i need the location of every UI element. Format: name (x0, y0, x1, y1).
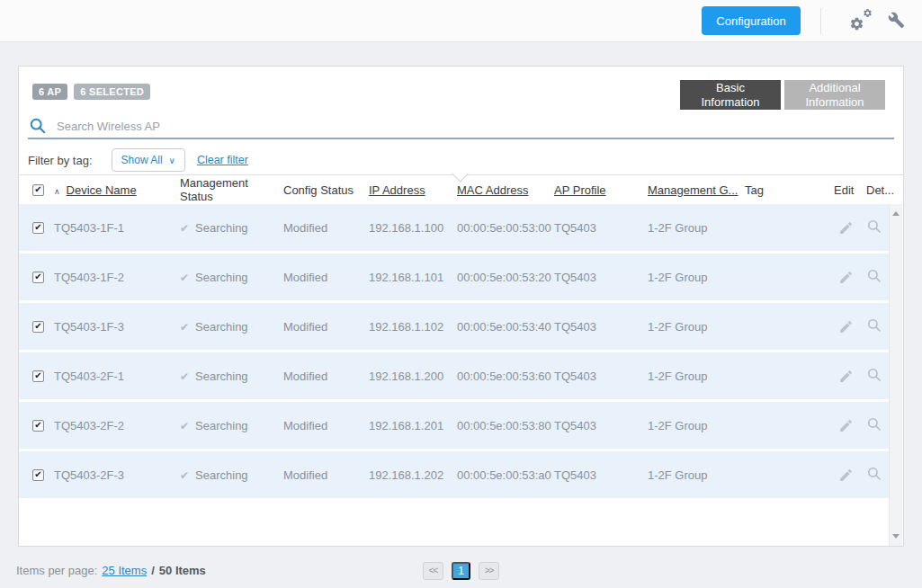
cell-ap-profile: TQ5403 (554, 468, 648, 482)
configuration-button[interactable]: Configuration (702, 6, 801, 35)
chevron-down-icon: ∨ (169, 156, 175, 165)
table-header: ∧Device Name Management Status Config St… (19, 175, 889, 204)
cell-ip-address: 192.168.1.101 (369, 271, 457, 284)
scroll-up-icon[interactable] (892, 211, 900, 216)
select-all-checkbox[interactable] (32, 184, 44, 196)
details-button[interactable] (866, 467, 889, 484)
cell-management-status: ✔Searching (180, 468, 283, 482)
magnifier-icon (867, 368, 882, 382)
cell-ip-address: 192.168.1.202 (369, 468, 457, 482)
cell-device-name: TQ5403-1F-1 (54, 221, 180, 235)
cell-config-status: Modified (283, 320, 369, 334)
edit-button[interactable] (834, 270, 866, 285)
search-input[interactable] (57, 120, 345, 133)
table-row[interactable]: TQ5403-2F-3 ✔Searching Modified 192.168.… (19, 451, 889, 498)
table-row[interactable]: TQ5403-1F-2 ✔Searching Modified 192.168.… (19, 254, 889, 300)
tag-filter-dropdown[interactable]: Show All ∨ (112, 148, 185, 172)
pencil-icon (838, 220, 854, 236)
cell-ap-profile: TQ5403 (554, 221, 648, 235)
search-row (30, 115, 345, 137)
tab-additional-information[interactable]: Additional Information (784, 80, 885, 110)
row-checkbox[interactable] (32, 469, 44, 481)
cell-config-status: Modified (283, 370, 369, 383)
pencil-icon (838, 319, 854, 334)
edit-button[interactable] (834, 319, 866, 334)
count-badges: 6 AP 6 SELECTED (32, 84, 150, 100)
cell-mac-address: 00:00:5e:00:53:a0 (457, 468, 554, 482)
details-button[interactable] (866, 219, 889, 236)
col-ip-address: IP Address (369, 183, 457, 197)
sort-ascending-icon: ∧ (54, 187, 60, 196)
cell-mac-address: 00:00:5e:00:53:80 (457, 419, 554, 432)
col-management-status: Management Status (180, 176, 283, 203)
cell-ip-address: 192.168.1.100 (369, 221, 457, 235)
edit-button[interactable] (834, 468, 866, 483)
cell-device-name: TQ5403-2F-2 (54, 419, 180, 432)
filter-row: Filter by tag: Show All ∨ Clear filter (28, 148, 248, 172)
cell-ip-address: 192.168.1.102 (369, 320, 457, 334)
cell-management-status: ✔Searching (180, 320, 283, 334)
cell-config-status: Modified (283, 221, 369, 235)
search-underline (28, 138, 894, 139)
edit-button[interactable] (834, 220, 866, 236)
current-page-button[interactable]: 1 (452, 562, 470, 580)
col-ap-profile: AP Profile (554, 183, 648, 197)
row-checkbox[interactable] (32, 321, 44, 333)
pencil-icon (838, 418, 854, 433)
cell-management-status: ✔Searching (180, 221, 283, 235)
row-checkbox[interactable] (32, 222, 44, 234)
edit-button[interactable] (834, 418, 866, 433)
row-checkbox[interactable] (32, 370, 44, 382)
cell-device-name: TQ5403-1F-2 (54, 271, 180, 284)
pagination-bar: Items per page: 25 Items / 50 Items << 1… (0, 553, 922, 588)
tab-basic-information[interactable]: Basic Information (680, 80, 781, 110)
col-management-group: Management G... (648, 183, 745, 197)
table-row[interactable]: TQ5403-2F-2 ✔Searching Modified 192.168.… (19, 402, 889, 449)
cell-management-status: ✔Searching (180, 419, 283, 432)
vertical-scrollbar[interactable] (889, 204, 902, 546)
search-icon (30, 118, 46, 134)
status-check-icon: ✔ (180, 420, 189, 432)
col-mac-address: MAC Address (457, 183, 554, 197)
pencil-icon (838, 369, 854, 384)
pencil-icon (838, 270, 854, 285)
cell-device-name: TQ5403-2F-1 (54, 370, 180, 383)
edit-button[interactable] (834, 369, 866, 384)
selected-count-badge: 6 SELECTED (74, 84, 150, 100)
col-tag: Tag (745, 183, 834, 197)
wrench-icon[interactable] (888, 12, 906, 30)
magnifier-icon (867, 417, 882, 432)
next-page-button[interactable]: >> (479, 562, 499, 580)
cell-management-status: ✔Searching (180, 271, 283, 284)
pencil-icon (838, 468, 854, 483)
prev-page-button[interactable]: << (423, 562, 443, 580)
table-row[interactable]: TQ5403-1F-1 ✔Searching Modified 192.168.… (19, 204, 889, 251)
cell-ap-profile: TQ5403 (554, 271, 648, 284)
col-device-name: ∧Device Name (54, 183, 180, 197)
cell-management-group: 1-2F Group (648, 468, 745, 482)
magnifier-icon (867, 269, 882, 283)
pager: << 1 >> (0, 562, 922, 580)
row-checkbox[interactable] (32, 272, 44, 283)
details-button[interactable] (866, 368, 889, 385)
table-row[interactable]: TQ5403-1F-3 ✔Searching Modified 192.168.… (19, 303, 889, 350)
settings-gears-icon[interactable] (849, 8, 873, 33)
details-button[interactable] (866, 318, 889, 335)
cell-management-group: 1-2F Group (648, 419, 745, 432)
topbar-divider (820, 8, 821, 34)
cell-config-status: Modified (283, 419, 369, 432)
status-check-icon: ✔ (180, 370, 189, 383)
col-edit: Edit (834, 183, 866, 197)
status-check-icon: ✔ (180, 272, 189, 284)
cell-management-group: 1-2F Group (648, 320, 745, 334)
cell-device-name: TQ5403-2F-3 (54, 468, 180, 482)
details-button[interactable] (866, 269, 889, 286)
table-row[interactable]: TQ5403-2F-1 ✔Searching Modified 192.168.… (19, 352, 889, 399)
cell-management-group: 1-2F Group (648, 221, 745, 235)
cell-device-name: TQ5403-1F-3 (54, 320, 180, 334)
table-body: TQ5403-1F-1 ✔Searching Modified 192.168.… (19, 204, 889, 501)
scroll-down-icon[interactable] (892, 534, 900, 539)
clear-filter-link[interactable]: Clear filter (197, 154, 248, 166)
row-checkbox[interactable] (32, 420, 44, 432)
details-button[interactable] (866, 417, 889, 434)
